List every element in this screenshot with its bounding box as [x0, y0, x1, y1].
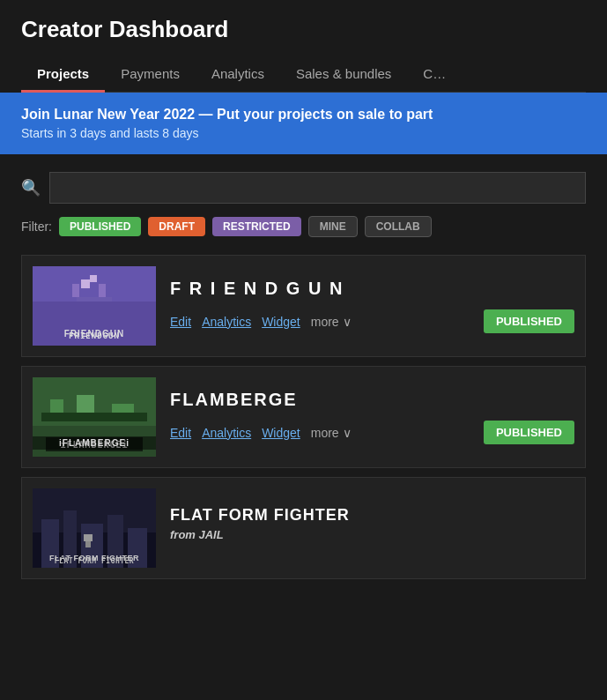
project-card-flamberge: iFLAMBERGEi FLAMBERGE Edit Analytics Wid… [21, 366, 586, 468]
svg-rect-24 [84, 534, 93, 541]
project-card-flatform: FLAT FORM FIGHTER FLAT FORM FIGHTER from… [21, 477, 586, 579]
chevron-down-icon: ∨ [343, 315, 352, 329]
project-meta-flatform: from JAIL [170, 528, 574, 541]
svg-rect-2 [81, 279, 90, 288]
nav-tabs: Projects Payments Analytics Sales & bund… [21, 57, 586, 93]
header: Creator Dashboard Projects Payments Anal… [0, 0, 607, 93]
tab-projects[interactable]: Projects [21, 57, 105, 93]
svg-rect-1 [33, 266, 156, 302]
project-name-friendgun: F R I E N D G U N [170, 279, 574, 299]
banner-dash: — Put your projects on sale to part [199, 107, 433, 122]
svg-text:FRIENDGUN: FRIENDGUN [69, 331, 120, 340]
svg-rect-21 [107, 515, 123, 568]
svg-rect-10 [41, 413, 147, 421]
svg-rect-3 [90, 275, 97, 282]
svg-rect-12 [77, 395, 94, 413]
svg-rect-13 [112, 404, 134, 413]
search-row: 🔍 [21, 172, 586, 204]
banner-title: Join Lunar New Year 2022 — Put your proj… [21, 107, 586, 123]
filter-collab[interactable]: COLLAB [365, 216, 432, 237]
more-dropdown-friendgun[interactable]: more ∨ [311, 315, 352, 329]
svg-rect-19 [63, 510, 77, 568]
project-name-flamberge: FLAMBERGE [170, 390, 574, 410]
project-info-friendgun: F R I E N D G U N Edit Analytics Widget … [170, 279, 574, 333]
edit-link-friendgun[interactable]: Edit [170, 315, 191, 329]
banner-subtitle: Starts in 3 days and lasts 8 days [21, 126, 586, 140]
filter-label: Filter: [21, 220, 52, 234]
project-thumbnail-friendgun: FRIENDGUN [33, 266, 156, 346]
search-icon: 🔍 [21, 178, 41, 197]
project-actions-flamberge: Edit Analytics Widget more ∨ PUBLISHED [170, 421, 574, 444]
filter-draft[interactable]: DRAFT [148, 217, 205, 236]
project-card-friendgun: FRIENDGUN F R I E N D G U N Edit Analyti… [21, 255, 586, 357]
svg-rect-18 [41, 519, 59, 568]
filter-restricted[interactable]: RESTRICTED [212, 217, 301, 236]
filter-row: Filter: PUBLISHED DRAFT RESTRICTED MINE … [21, 216, 586, 237]
tab-payments[interactable]: Payments [105, 57, 196, 93]
more-label-flamberge: more [311, 426, 339, 440]
more-dropdown-flamberge[interactable]: more ∨ [311, 426, 352, 440]
svg-text:FLAT FORM FIGHTER: FLAT FORM FIGHTER [55, 557, 134, 565]
meta-source: JAIL [199, 528, 224, 541]
chevron-down-icon-flamberge: ∨ [343, 426, 352, 440]
filter-published[interactable]: PUBLISHED [59, 217, 141, 236]
meta-prefix: from [170, 528, 199, 541]
more-label-friendgun: more [311, 315, 339, 329]
promo-banner[interactable]: Join Lunar New Year 2022 — Put your proj… [0, 93, 607, 154]
search-input[interactable] [49, 172, 586, 204]
status-badge-friendgun: PUBLISHED [484, 309, 574, 333]
project-thumbnail-flatform: FLAT FORM FIGHTER [33, 488, 156, 568]
svg-rect-6 [77, 297, 112, 302]
project-thumbnail-flamberge: iFLAMBERGEi [33, 377, 156, 457]
svg-rect-22 [128, 528, 147, 568]
filter-mine[interactable]: MINE [308, 216, 358, 237]
widget-link-friendgun[interactable]: Widget [262, 315, 300, 329]
analytics-link-flamberge[interactable]: Analytics [202, 426, 251, 440]
analytics-link-friendgun[interactable]: Analytics [202, 315, 251, 329]
svg-text:iFLAMBERGEi: iFLAMBERGEi [60, 440, 128, 450]
project-info-flamberge: FLAMBERGE Edit Analytics Widget more ∨ P… [170, 390, 574, 444]
tab-sales-bundles[interactable]: Sales & bundles [280, 57, 407, 93]
tab-analytics[interactable]: Analytics [196, 57, 280, 93]
project-actions-friendgun: Edit Analytics Widget more ∨ PUBLISHED [170, 309, 574, 333]
project-info-flatform: FLAT FORM FIGHTER from JAIL [170, 506, 574, 550]
page-title: Creator Dashboard [21, 16, 586, 43]
svg-rect-5 [99, 284, 106, 297]
project-name-flatform: FLAT FORM FIGHTER [170, 506, 574, 525]
content-area: 🔍 Filter: PUBLISHED DRAFT RESTRICTED MIN… [0, 154, 607, 606]
widget-link-flamberge[interactable]: Widget [262, 426, 300, 440]
svg-rect-14 [46, 437, 143, 451]
svg-rect-4 [72, 284, 79, 297]
svg-rect-11 [50, 399, 63, 413]
svg-rect-20 [81, 524, 103, 568]
edit-link-flamberge[interactable]: Edit [170, 426, 191, 440]
status-badge-flamberge: PUBLISHED [484, 421, 574, 444]
tab-more[interactable]: C… [407, 57, 462, 93]
